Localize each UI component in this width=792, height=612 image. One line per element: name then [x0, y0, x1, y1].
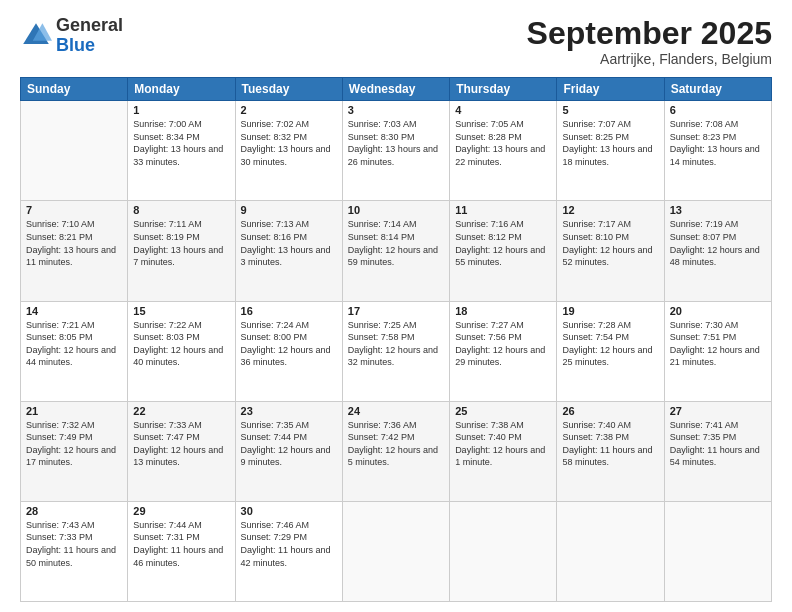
- col-tuesday: Tuesday: [235, 78, 342, 101]
- day-info: Sunrise: 7:00 AMSunset: 8:34 PMDaylight:…: [133, 119, 223, 167]
- day-number: 15: [133, 305, 229, 317]
- day-info: Sunrise: 7:46 AMSunset: 7:29 PMDaylight:…: [241, 520, 331, 568]
- table-row: 8 Sunrise: 7:11 AMSunset: 8:19 PMDayligh…: [128, 201, 235, 301]
- table-row: 16 Sunrise: 7:24 AMSunset: 8:00 PMDaylig…: [235, 301, 342, 401]
- day-number: 18: [455, 305, 551, 317]
- day-info: Sunrise: 7:43 AMSunset: 7:33 PMDaylight:…: [26, 520, 116, 568]
- day-number: 22: [133, 405, 229, 417]
- day-number: 1: [133, 104, 229, 116]
- day-number: 23: [241, 405, 337, 417]
- day-info: Sunrise: 7:14 AMSunset: 8:14 PMDaylight:…: [348, 219, 438, 267]
- table-row: 2 Sunrise: 7:02 AMSunset: 8:32 PMDayligh…: [235, 101, 342, 201]
- day-number: 8: [133, 204, 229, 216]
- table-row: 10 Sunrise: 7:14 AMSunset: 8:14 PMDaylig…: [342, 201, 449, 301]
- day-info: Sunrise: 7:03 AMSunset: 8:30 PMDaylight:…: [348, 119, 438, 167]
- table-row: 6 Sunrise: 7:08 AMSunset: 8:23 PMDayligh…: [664, 101, 771, 201]
- table-row: 28 Sunrise: 7:43 AMSunset: 7:33 PMDaylig…: [21, 501, 128, 601]
- logo-blue-text: Blue: [56, 36, 123, 56]
- day-number: 9: [241, 204, 337, 216]
- table-row: 22 Sunrise: 7:33 AMSunset: 7:47 PMDaylig…: [128, 401, 235, 501]
- day-info: Sunrise: 7:08 AMSunset: 8:23 PMDaylight:…: [670, 119, 760, 167]
- table-row: 20 Sunrise: 7:30 AMSunset: 7:51 PMDaylig…: [664, 301, 771, 401]
- calendar-week-row: 21 Sunrise: 7:32 AMSunset: 7:49 PMDaylig…: [21, 401, 772, 501]
- table-row: 11 Sunrise: 7:16 AMSunset: 8:12 PMDaylig…: [450, 201, 557, 301]
- table-row: [21, 101, 128, 201]
- day-info: Sunrise: 7:16 AMSunset: 8:12 PMDaylight:…: [455, 219, 545, 267]
- col-saturday: Saturday: [664, 78, 771, 101]
- table-row: 23 Sunrise: 7:35 AMSunset: 7:44 PMDaylig…: [235, 401, 342, 501]
- table-row: 15 Sunrise: 7:22 AMSunset: 8:03 PMDaylig…: [128, 301, 235, 401]
- day-number: 17: [348, 305, 444, 317]
- day-number: 30: [241, 505, 337, 517]
- day-info: Sunrise: 7:41 AMSunset: 7:35 PMDaylight:…: [670, 420, 760, 468]
- day-number: 27: [670, 405, 766, 417]
- day-info: Sunrise: 7:30 AMSunset: 7:51 PMDaylight:…: [670, 320, 760, 368]
- page: General Blue September 2025 Aartrijke, F…: [0, 0, 792, 612]
- day-info: Sunrise: 7:35 AMSunset: 7:44 PMDaylight:…: [241, 420, 331, 468]
- day-number: 28: [26, 505, 122, 517]
- day-number: 3: [348, 104, 444, 116]
- day-info: Sunrise: 7:07 AMSunset: 8:25 PMDaylight:…: [562, 119, 652, 167]
- table-row: 13 Sunrise: 7:19 AMSunset: 8:07 PMDaylig…: [664, 201, 771, 301]
- logo-general-text: General: [56, 16, 123, 36]
- location: Aartrijke, Flanders, Belgium: [527, 51, 772, 67]
- day-info: Sunrise: 7:05 AMSunset: 8:28 PMDaylight:…: [455, 119, 545, 167]
- day-number: 26: [562, 405, 658, 417]
- table-row: 5 Sunrise: 7:07 AMSunset: 8:25 PMDayligh…: [557, 101, 664, 201]
- table-row: 1 Sunrise: 7:00 AMSunset: 8:34 PMDayligh…: [128, 101, 235, 201]
- col-monday: Monday: [128, 78, 235, 101]
- table-row: 29 Sunrise: 7:44 AMSunset: 7:31 PMDaylig…: [128, 501, 235, 601]
- table-row: [450, 501, 557, 601]
- header: General Blue September 2025 Aartrijke, F…: [20, 16, 772, 67]
- day-number: 12: [562, 204, 658, 216]
- calendar-week-row: 1 Sunrise: 7:00 AMSunset: 8:34 PMDayligh…: [21, 101, 772, 201]
- day-number: 11: [455, 204, 551, 216]
- table-row: 9 Sunrise: 7:13 AMSunset: 8:16 PMDayligh…: [235, 201, 342, 301]
- day-number: 7: [26, 204, 122, 216]
- table-row: 7 Sunrise: 7:10 AMSunset: 8:21 PMDayligh…: [21, 201, 128, 301]
- logo-icon: [20, 20, 52, 52]
- day-number: 5: [562, 104, 658, 116]
- table-row: [342, 501, 449, 601]
- day-number: 10: [348, 204, 444, 216]
- day-info: Sunrise: 7:22 AMSunset: 8:03 PMDaylight:…: [133, 320, 223, 368]
- day-number: 20: [670, 305, 766, 317]
- table-row: 3 Sunrise: 7:03 AMSunset: 8:30 PMDayligh…: [342, 101, 449, 201]
- day-info: Sunrise: 7:38 AMSunset: 7:40 PMDaylight:…: [455, 420, 545, 468]
- table-row: [557, 501, 664, 601]
- day-info: Sunrise: 7:32 AMSunset: 7:49 PMDaylight:…: [26, 420, 116, 468]
- title-section: September 2025 Aartrijke, Flanders, Belg…: [527, 16, 772, 67]
- col-thursday: Thursday: [450, 78, 557, 101]
- day-info: Sunrise: 7:40 AMSunset: 7:38 PMDaylight:…: [562, 420, 652, 468]
- table-row: 18 Sunrise: 7:27 AMSunset: 7:56 PMDaylig…: [450, 301, 557, 401]
- day-number: 29: [133, 505, 229, 517]
- table-row: [664, 501, 771, 601]
- table-row: 17 Sunrise: 7:25 AMSunset: 7:58 PMDaylig…: [342, 301, 449, 401]
- day-number: 13: [670, 204, 766, 216]
- calendar-table: Sunday Monday Tuesday Wednesday Thursday…: [20, 77, 772, 602]
- day-info: Sunrise: 7:33 AMSunset: 7:47 PMDaylight:…: [133, 420, 223, 468]
- day-number: 24: [348, 405, 444, 417]
- calendar-week-row: 14 Sunrise: 7:21 AMSunset: 8:05 PMDaylig…: [21, 301, 772, 401]
- col-friday: Friday: [557, 78, 664, 101]
- day-info: Sunrise: 7:19 AMSunset: 8:07 PMDaylight:…: [670, 219, 760, 267]
- table-row: 27 Sunrise: 7:41 AMSunset: 7:35 PMDaylig…: [664, 401, 771, 501]
- day-number: 2: [241, 104, 337, 116]
- day-info: Sunrise: 7:28 AMSunset: 7:54 PMDaylight:…: [562, 320, 652, 368]
- day-info: Sunrise: 7:02 AMSunset: 8:32 PMDaylight:…: [241, 119, 331, 167]
- day-number: 16: [241, 305, 337, 317]
- table-row: 14 Sunrise: 7:21 AMSunset: 8:05 PMDaylig…: [21, 301, 128, 401]
- day-number: 14: [26, 305, 122, 317]
- day-info: Sunrise: 7:36 AMSunset: 7:42 PMDaylight:…: [348, 420, 438, 468]
- col-sunday: Sunday: [21, 78, 128, 101]
- table-row: 19 Sunrise: 7:28 AMSunset: 7:54 PMDaylig…: [557, 301, 664, 401]
- col-wednesday: Wednesday: [342, 78, 449, 101]
- day-info: Sunrise: 7:44 AMSunset: 7:31 PMDaylight:…: [133, 520, 223, 568]
- day-info: Sunrise: 7:13 AMSunset: 8:16 PMDaylight:…: [241, 219, 331, 267]
- day-number: 19: [562, 305, 658, 317]
- day-info: Sunrise: 7:21 AMSunset: 8:05 PMDaylight:…: [26, 320, 116, 368]
- day-number: 6: [670, 104, 766, 116]
- logo: General Blue: [20, 16, 123, 56]
- calendar-header-row: Sunday Monday Tuesday Wednesday Thursday…: [21, 78, 772, 101]
- table-row: 24 Sunrise: 7:36 AMSunset: 7:42 PMDaylig…: [342, 401, 449, 501]
